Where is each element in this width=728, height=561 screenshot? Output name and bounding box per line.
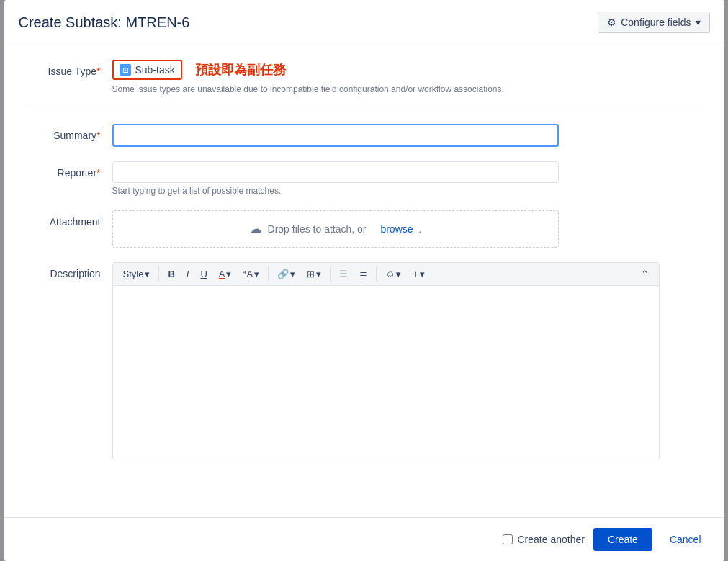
issue-type-help: Some issue types are unavailable due to … [112,84,703,94]
attachment-dropzone[interactable]: ☁ Drop files to attach, or browse. [112,210,559,248]
emoji-button[interactable]: ☺ ▾ [381,266,405,282]
style-dropdown-arrow: ▾ [145,269,150,279]
subtask-type-icon: ⊡ [120,64,131,76]
description-editor-body[interactable] [113,286,659,459]
reporter-input[interactable] [112,161,559,183]
bullet-list-icon: ☰ [339,269,348,279]
bold-button[interactable]: B [163,266,179,282]
link-icon: 🔗 [277,269,289,279]
toolbar-separator-3 [330,267,331,282]
create-subtask-modal: Create Subtask: MTREN-6 ⚙ Configure fiel… [4,0,724,561]
configure-fields-label: Configure fields [621,17,691,28]
insert-button[interactable]: ⊞ ▾ [302,266,325,282]
summary-input[interactable] [112,124,559,147]
link-button[interactable]: 🔗 ▾ [273,266,300,282]
issue-type-row: Issue Type* ⊡ Sub-task 預設即為副任務 Some issu… [26,60,703,94]
modal-footer: Create another Create Cancel [4,517,724,561]
insert-icon: ⊞ [307,269,315,279]
cancel-button[interactable]: Cancel [661,528,710,551]
reporter-content: Start typing to get a list of possible m… [112,161,703,196]
more-icon: + [413,269,418,279]
description-label: Description [26,262,112,279]
toolbar-separator-2 [268,267,269,282]
description-row: Description Style ▾ B I U [26,262,703,459]
font-color-arrow: ▾ [226,269,231,279]
font-color-label: A [219,269,225,279]
issue-type-badge[interactable]: ⊡ Sub-task [112,60,182,80]
more-arrow: ▾ [420,269,425,279]
browse-link[interactable]: browse [380,223,413,235]
create-another-checkbox[interactable] [503,534,513,544]
summary-content [112,124,703,147]
modal-body[interactable]: Issue Type* ⊡ Sub-task 預設即為副任務 Some issu… [4,45,724,517]
style-label: Style [123,269,144,279]
insert-arrow: ▾ [316,269,321,279]
toolbar-separator-1 [158,267,159,282]
reporter-label: Reporter* [26,161,112,179]
style-dropdown-button[interactable]: Style ▾ [119,266,155,282]
attachment-drop-text: Drop files to attach, or [268,223,367,235]
more-button[interactable]: + ▾ [408,266,429,282]
font-size-arrow: ▾ [254,269,259,279]
numbered-list-button[interactable]: ≣ [355,266,372,282]
bullet-list-button[interactable]: ☰ [335,266,352,282]
modal-overlay: Create Subtask: MTREN-6 ⚙ Configure fiel… [0,0,728,561]
underline-button[interactable]: U [196,266,211,282]
emoji-icon: ☺ [385,269,395,279]
attachment-content: ☁ Drop files to attach, or browse. [112,210,703,248]
divider-1 [26,109,703,109]
issue-type-content: ⊡ Sub-task 預設即為副任務 Some issue types are … [112,60,703,94]
issue-type-value: Sub-task [135,64,175,76]
issue-type-label: Issue Type* [26,60,112,77]
description-content: Style ▾ B I U A ▾ ᵃ [112,262,703,459]
gear-icon: ⚙ [607,17,616,28]
attachment-label: Attachment [26,210,112,228]
create-another-label[interactable]: Create another [503,534,584,545]
create-button[interactable]: Create [593,528,652,551]
modal-header: Create Subtask: MTREN-6 ⚙ Configure fiel… [4,0,724,45]
link-arrow: ▾ [290,269,295,279]
cloud-upload-icon: ☁ [249,221,262,237]
collapse-toolbar-button[interactable]: ⌃ [637,266,653,282]
modal-title: Create Subtask: MTREN-6 [19,14,190,31]
font-color-button[interactable]: A ▾ [215,266,236,282]
issue-type-selector: ⊡ Sub-task 預設即為副任務 [112,60,703,80]
italic-button[interactable]: I [182,266,194,282]
dropdown-arrow-icon: ▾ [696,17,701,28]
issue-type-annotation: 預設即為副任務 [195,61,286,78]
toolbar-separator-4 [376,267,377,282]
emoji-arrow: ▾ [396,269,401,279]
create-another-text: Create another [517,534,584,545]
reporter-row: Reporter* Start typing to get a list of … [26,161,703,196]
reporter-hint: Start typing to get a list of possible m… [112,186,703,196]
attachment-row: Attachment ☁ Drop files to attach, or br… [26,210,703,248]
summary-label: Summary* [26,124,112,141]
font-size-button[interactable]: ᵃA ▾ [238,266,264,282]
collapse-icon: ⌃ [641,269,649,279]
summary-row: Summary* [26,124,703,147]
numbered-list-icon: ≣ [359,269,367,279]
description-editor[interactable]: Style ▾ B I U A ▾ ᵃ [112,262,660,459]
attachment-trailing: . [419,223,422,235]
editor-toolbar: Style ▾ B I U A ▾ ᵃ [113,263,659,286]
configure-fields-button[interactable]: ⚙ Configure fields ▾ [598,12,709,33]
